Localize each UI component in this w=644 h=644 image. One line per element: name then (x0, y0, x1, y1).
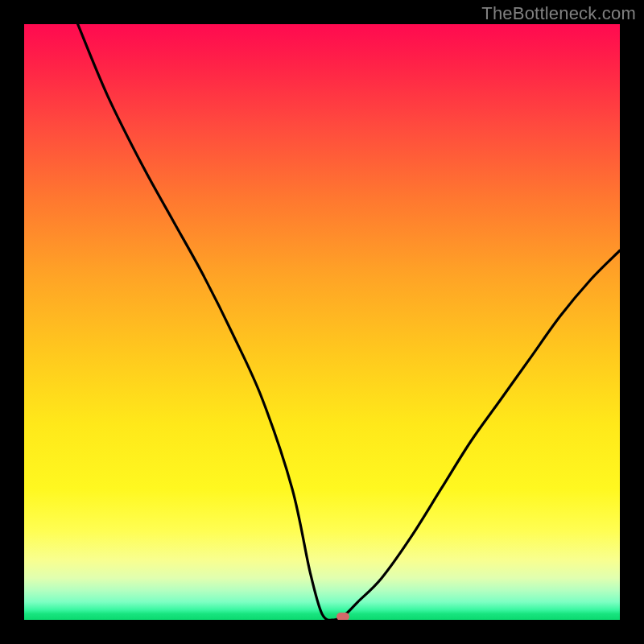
bottleneck-curve (24, 24, 620, 620)
optimal-marker (336, 613, 349, 620)
plot-area (24, 24, 620, 620)
watermark-label: TheBottleneck.com (481, 3, 636, 24)
chart-frame: TheBottleneck.com (0, 0, 644, 644)
